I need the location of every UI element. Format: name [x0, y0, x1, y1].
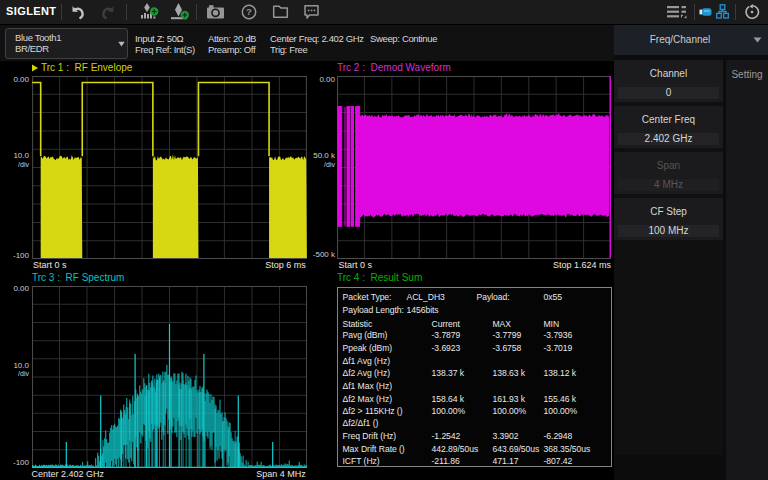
- svg-text:?: ?: [246, 6, 252, 17]
